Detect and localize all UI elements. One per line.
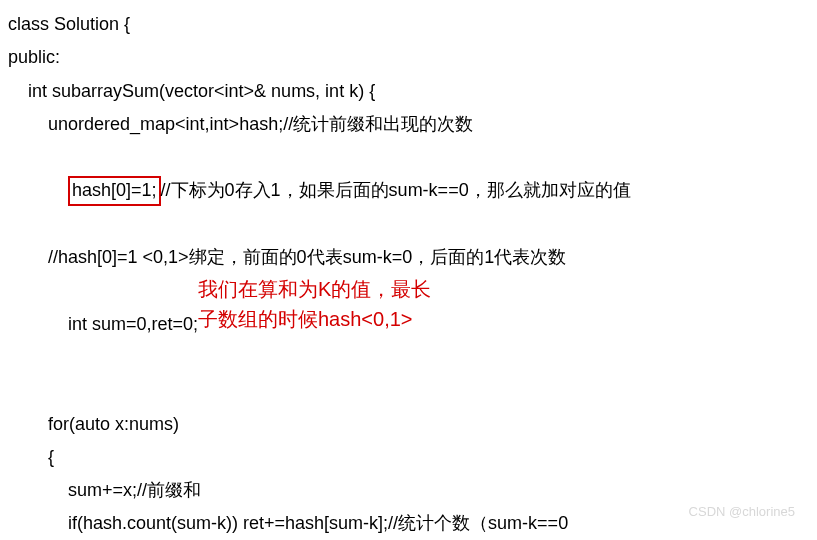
- code-line: public:: [8, 41, 809, 74]
- annotation-line: 子数组的时候hash<0,1>: [198, 304, 598, 334]
- annotation-text: 我们在算和为K的值，最长 子数组的时候hash<0,1>: [198, 274, 598, 334]
- code-document: class Solution { public: int subarraySum…: [8, 8, 809, 532]
- annotation-line: 我们在算和为K的值，最长: [198, 274, 598, 304]
- code-comment: //下标为0存入1，如果后面的sum-k==0，那么就加对应的值: [161, 180, 631, 200]
- code-line: hash[0]=1;//下标为0存入1，如果后面的sum-k==0，那么就加对应…: [8, 141, 809, 241]
- code-text: int sum=0,ret=0;: [68, 314, 198, 334]
- code-line: {: [8, 441, 809, 474]
- watermark: CSDN @chlorine5: [689, 500, 795, 524]
- code-line: unordered_map<int,int>hash;//统计前缀和出现的次数: [8, 108, 809, 141]
- code-line: class Solution {: [8, 8, 809, 41]
- code-line: int sum=0,ret=0; 我们在算和为K的值，最长 子数组的时候hash…: [8, 274, 809, 407]
- highlight-box: hash[0]=1;: [68, 176, 161, 205]
- code-line: for(auto x:nums): [8, 408, 809, 441]
- code-line: //hash[0]=1 <0,1>绑定，前面的0代表sum-k=0，后面的1代表…: [8, 241, 809, 274]
- code-line: int subarraySum(vector<int>& nums, int k…: [8, 75, 809, 108]
